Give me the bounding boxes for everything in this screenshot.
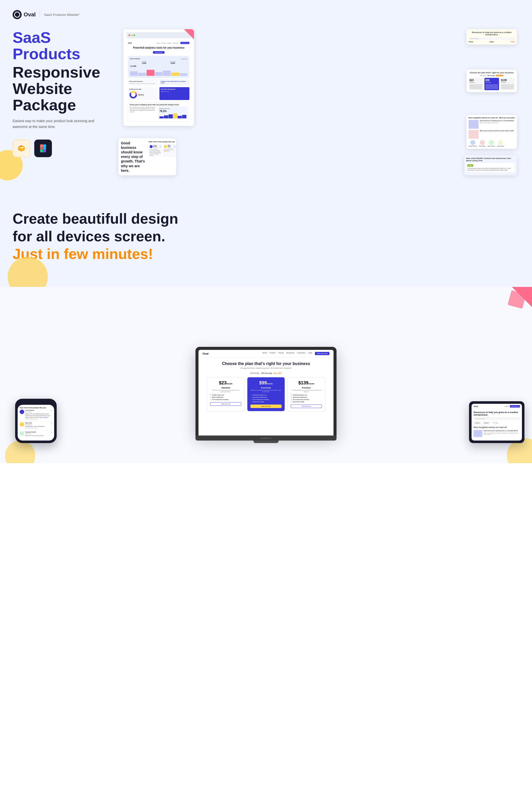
stat-2: new users 3,445 (170, 61, 175, 64)
plan-essentials-sc: $99 Essentials (484, 78, 499, 90)
mb-5 (177, 116, 182, 118)
know-left: We will deliver data analysis software t… (130, 107, 157, 120)
resources-search: Search articles... (469, 37, 515, 40)
pricing-title-sc: Choose the plan that's right for your bu… (469, 72, 515, 74)
analyze-data-label: Analyze your data (159, 108, 186, 109)
plan-essentials-f3: ✓ All components included (250, 399, 282, 400)
audience-title: Audience by Age (129, 89, 157, 90)
tweet-item-1-text: Lucas Bowen 𝕏 @lc_bowen @Oval I love usi… (25, 409, 52, 420)
blog-article-desc: Nusam et porttingilla, porta lectus ac..… (480, 122, 514, 124)
screenshot-cta: Start Free Trial (180, 42, 189, 44)
blog-article-row: Brand Secrets for Standing Out in a Crow… (469, 120, 515, 129)
tablet-screen: Oval Login Start free trial Resources to… (472, 404, 522, 441)
plan-standard-btn[interactable]: Start free trial (210, 402, 241, 406)
screenshot-navlinks: About Product Pricing Resources Start Fr… (133, 42, 189, 44)
testimonial-card: shopify I received great customer servic… (466, 163, 515, 172)
tablet-link-guides[interactable]: Guides (482, 422, 490, 424)
tweet-item-3-text: Augusta Schultz 𝕏 @gschultz Have never s… (25, 431, 52, 437)
tablet-article-desc: Nusam et porttingilla, porta lectus ac, … (483, 433, 520, 436)
plan-premium-price: $139/month (291, 380, 322, 386)
tweet-item-1-meta: Lucas Bowen 𝕏 (25, 409, 52, 411)
always-sync: Always in Sync (161, 91, 188, 92)
deco-triangle (184, 29, 194, 39)
analyze-card: Analyze your data with our analyze tools (159, 79, 189, 85)
figma-icon (40, 144, 46, 152)
laptop-nav-cta[interactable]: Start free trial (315, 352, 329, 355)
plan-essentials-f4: ✓ Advanced Insight (250, 401, 282, 402)
laptop-pricing: Choose the plan that's right for your bu… (198, 358, 334, 415)
tablet-nav: Oval Login Start free trial (472, 404, 522, 409)
tablet-link-articles[interactable]: Articles (474, 422, 481, 424)
res-guides-label: Guides (490, 41, 494, 42)
logo-text: Oval (24, 11, 36, 18)
resources-links: Articles Guides ✕ Tools (469, 41, 515, 42)
plan-standard-f1: ✓ Single project use (210, 394, 241, 396)
shopify-badge: shopify (467, 164, 473, 167)
screenshot-resources: Resources to help you grow as a creative… (467, 29, 517, 44)
check-2: ✓ (210, 396, 211, 398)
tweet-2: Allen Soto @allenSoto 𝕏 New @Oval for we… (163, 144, 176, 157)
device-laptop: Oval About Product Pricing Resources Cus… (195, 347, 337, 443)
exec-3-avatar (489, 140, 494, 145)
screenshot-chart: Data Analytics ▾ Monthly visitors 1,244 … (128, 56, 189, 78)
plan-premium-btn[interactable]: Start free trial (291, 404, 322, 408)
easy-desc: Create reports and with an easy to use d… (129, 83, 157, 84)
stat-1: visitors 1,244 (142, 61, 146, 64)
tablet-article-item-1: Brand Secrets for Standing Out in a Crow… (474, 430, 520, 437)
blog-title: Most insightful articles for start off (469, 117, 498, 119)
exec-4-avatar (498, 140, 503, 145)
chart-data-analytics: Data Analytics (130, 58, 140, 60)
plan-essentials-name-l: Essentials (250, 387, 282, 389)
plan-essentials-btn[interactable]: Start free trial (250, 404, 282, 408)
create-title-3: Just in few minutes! (13, 246, 519, 262)
plan-premium: $139/month Premium For growing businesse… (287, 377, 325, 411)
tablet-link-tools[interactable]: ✕ Tools (491, 422, 499, 424)
exec-1: Joseph Johnston (469, 140, 477, 147)
tablet-search[interactable]: Search articles... (474, 417, 520, 420)
save-badge: Save 15% (273, 372, 282, 374)
good-business-panel: Good business should know every step of … (121, 141, 146, 173)
price-23: $23 (470, 79, 482, 82)
advanced-dashboard-label: Advanced dashboard (293, 397, 307, 398)
stat-1-val: 1,244 (142, 62, 146, 64)
plan-standard-sc: $23 Standard (469, 78, 483, 90)
bar-7 (179, 73, 187, 76)
tweet-item-2-meta: Allen Soto 𝕏 (25, 422, 52, 424)
plan-standard-features (470, 84, 482, 89)
bar-1 (130, 71, 138, 76)
screenshot-hero-block: Powerfull analytics tools for your busin… (128, 46, 189, 54)
easy-card: Easy and accurate Create reports and wit… (128, 79, 158, 85)
dot-green (133, 35, 135, 36)
social-article-title: Why social commerce will rule social med… (480, 130, 514, 132)
check-e1: ✓ (250, 394, 252, 396)
twitter-icon-phone-2: 𝕏 (51, 422, 52, 424)
logo: Oval (13, 10, 36, 19)
pricing-heading: Choose the plan that's right for your bu… (203, 361, 329, 366)
nav-link-3: Pricing (167, 42, 171, 44)
res-tools-label: ✕ Tools (510, 41, 515, 42)
tweet-item-2-handle: @allenSoto (25, 424, 52, 425)
phone-frame: Hear more from people like you Lucas Bow… (15, 399, 57, 443)
hero-header: Oval SaaS Products Website° (13, 10, 519, 19)
save-badge-sc: Save 19% (496, 75, 503, 76)
twitter-icon-1: 𝕏 (159, 146, 161, 148)
res-articles-label: Articles (469, 41, 473, 42)
tablet-nav-right: Login Start free trial (505, 405, 520, 407)
hero-title-package: Package (13, 96, 76, 114)
tablet-cta[interactable]: Start free trial (510, 405, 520, 407)
tweet-1-avatar (150, 145, 153, 148)
toggle-monthly: Bill Monthly (250, 372, 260, 374)
exec-1-name: Joseph Johnston (469, 146, 477, 147)
laptop-base: MacBook Pro (195, 436, 337, 441)
tweet-row-1: Lucas Bowen @lc_bowen 𝕏 I love using Buf… (149, 144, 176, 157)
plan-premium-f4: ✓ Advanced Insight (291, 401, 322, 402)
resources-title: Resources to help you grow as a creative… (469, 31, 515, 36)
know-content: We will deliver data analysis software t… (130, 107, 188, 120)
know-desc: We will deliver data analysis software t… (130, 107, 157, 113)
blog-header: Most insightful articles for start off M… (469, 117, 515, 119)
plan-essentials-name: Essentials (486, 82, 498, 83)
shopify-label: shopify (469, 165, 472, 166)
audience-donut (129, 91, 137, 99)
chart-big-stat: +2,456 (130, 65, 187, 67)
bar-chart (130, 68, 187, 76)
